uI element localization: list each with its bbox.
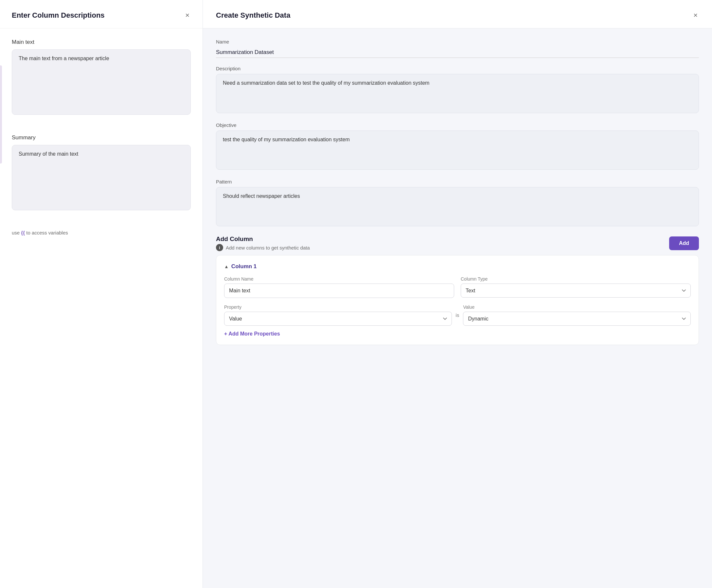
right-panel-title: Create Synthetic Data: [216, 11, 290, 20]
right-panel-close-button[interactable]: ×: [692, 10, 699, 20]
column-type-label: Column Type: [461, 276, 691, 281]
column-type-select[interactable]: Text Number Boolean Date: [461, 284, 691, 298]
summary-label: Summary: [12, 134, 191, 141]
property-select[interactable]: Value Length Format: [224, 312, 452, 326]
value-label: Value: [463, 304, 691, 310]
description-field: Description Need a summarization data se…: [216, 66, 699, 114]
is-text: is: [456, 312, 460, 318]
left-panel: Enter Column Descriptions × Main text Th…: [0, 0, 203, 588]
objective-label: Objective: [216, 122, 699, 128]
column-1-card: ▲ Column 1 Column Name Column Type Text: [216, 255, 699, 345]
description-textarea[interactable]: Need a summarization data set to test th…: [216, 74, 699, 113]
name-input[interactable]: [216, 47, 699, 58]
property-label: Property: [224, 304, 452, 310]
add-column-header: Add Column i Add new columns to get synt…: [216, 235, 699, 251]
add-column-title-group: Add Column i Add new columns to get synt…: [216, 235, 310, 251]
name-field: Name: [216, 39, 699, 58]
value-field: Value Dynamic Static Formula: [463, 304, 691, 326]
add-column-section: Add Column i Add new columns to get synt…: [216, 235, 699, 345]
hint-text: use {{ to access variables: [12, 230, 191, 235]
add-column-info-text: Add new columns to get synthetic data: [226, 245, 310, 251]
value-select[interactable]: Dynamic Static Formula: [463, 312, 691, 326]
summary-textarea[interactable]: Summary of the main text: [12, 145, 191, 210]
objective-field: Objective test the quality of my summari…: [216, 122, 699, 171]
column-1-chevron-icon[interactable]: ▲: [224, 264, 229, 269]
add-column-title: Add Column: [216, 235, 310, 243]
right-panel-header: Create Synthetic Data ×: [203, 0, 712, 28]
column-type-field: Column Type Text Number Boolean Date: [461, 276, 691, 298]
left-panel-close-button[interactable]: ×: [184, 10, 191, 20]
column-name-input[interactable]: [224, 284, 454, 298]
description-label: Description: [216, 66, 699, 71]
pattern-label: Pattern: [216, 179, 699, 185]
right-panel: Create Synthetic Data × Name Description…: [203, 0, 712, 588]
main-text-textarea[interactable]: The main text from a newspaper article: [12, 49, 191, 115]
curly-braces-hint: {{: [21, 230, 25, 235]
right-panel-body: Name Description Need a summarization da…: [203, 28, 712, 588]
pattern-field: Pattern Should reflect newspaper article…: [216, 179, 699, 228]
main-text-label: Main text: [12, 39, 191, 45]
add-more-properties-button[interactable]: + Add More Properties: [224, 331, 280, 337]
main-text-field-group: Main text The main text from a newspaper…: [12, 39, 191, 125]
left-panel-title: Enter Column Descriptions: [12, 11, 105, 20]
property-value-row: Property Value Length Format is Value Dy…: [224, 304, 691, 326]
left-panel-header: Enter Column Descriptions ×: [0, 0, 203, 28]
left-side-decoration: [0, 65, 2, 164]
name-label: Name: [216, 39, 699, 44]
add-column-button[interactable]: Add: [669, 236, 699, 250]
column-name-field: Column Name: [224, 276, 454, 298]
info-icon: i: [216, 244, 223, 251]
column-name-label: Column Name: [224, 276, 454, 281]
add-column-info: i Add new columns to get synthetic data: [216, 244, 310, 251]
property-field: Property Value Length Format: [224, 304, 452, 326]
left-panel-body: Main text The main text from a newspaper…: [0, 28, 203, 588]
pattern-textarea[interactable]: Should reflect newspaper articles: [216, 187, 699, 226]
column-1-header: ▲ Column 1: [224, 263, 691, 270]
objective-textarea[interactable]: test the quality of my summarization eva…: [216, 130, 699, 170]
column-1-name-type-row: Column Name Column Type Text Number Bool…: [224, 276, 691, 298]
summary-field-group: Summary Summary of the main text: [12, 134, 191, 221]
column-1-title: Column 1: [231, 263, 257, 270]
